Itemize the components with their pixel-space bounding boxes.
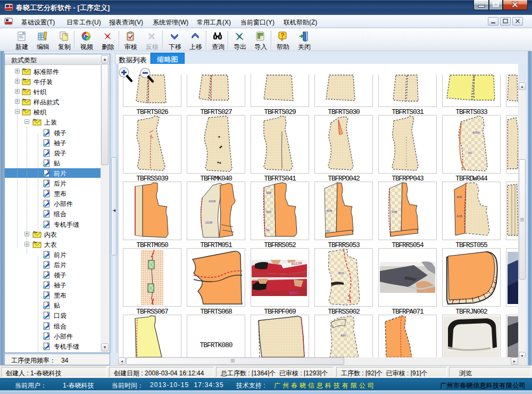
svg-text:50: 50 — [468, 151, 472, 154]
svg-text:4008: 4008 — [209, 200, 216, 203]
svg-text:4050: 4050 — [472, 131, 480, 134]
svg-text:503: 503 — [266, 210, 272, 214]
svg-text:缝制工: 缝制工 — [289, 291, 299, 295]
svg-text:408: 408 — [456, 195, 462, 199]
svg-text:?: ? — [281, 32, 285, 38]
svg-text:A50: A50 — [340, 334, 346, 337]
svg-text:2008: 2008 — [205, 221, 213, 224]
svg-text:508: 508 — [327, 209, 332, 212]
svg-text:508: 508 — [266, 191, 272, 194]
svg-text:508: 508 — [392, 210, 397, 214]
svg-text:A08: A08 — [456, 215, 462, 218]
svg-text:50: 50 — [266, 228, 270, 232]
svg-text:503: 503 — [338, 272, 344, 275]
svg-text:50: 50 — [327, 229, 330, 233]
